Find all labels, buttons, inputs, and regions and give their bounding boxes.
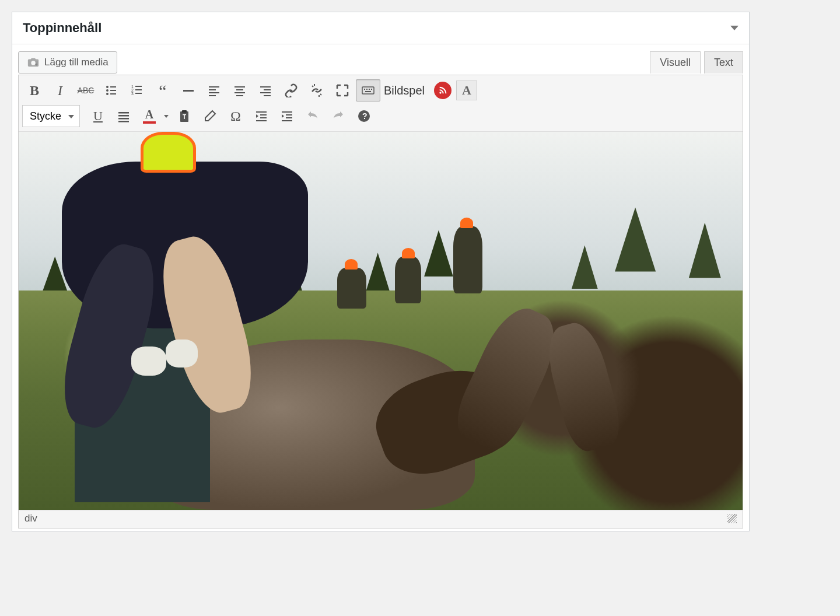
align-center-icon xyxy=(233,83,247,97)
panel-body: Lägg till media Visuell Text B I ABC 123… xyxy=(12,44,749,531)
content-image[interactable] xyxy=(19,132,743,510)
svg-rect-29 xyxy=(369,89,370,90)
svg-rect-10 xyxy=(135,89,142,90)
svg-text:3: 3 xyxy=(131,92,134,96)
editor-container: B I ABC 123 “ Bildspel A xyxy=(18,75,743,528)
bullet-list-button[interactable] xyxy=(99,79,124,102)
svg-rect-8 xyxy=(135,86,142,87)
undo-icon xyxy=(306,109,320,123)
help-icon: ? xyxy=(357,109,371,123)
svg-rect-26 xyxy=(362,87,374,94)
outdent-icon xyxy=(254,109,268,123)
svg-rect-46 xyxy=(286,117,292,118)
svg-rect-25 xyxy=(264,95,271,96)
svg-rect-13 xyxy=(183,90,194,92)
toolbar-row-2: Stycke U A T Ω xyxy=(22,103,739,129)
svg-rect-15 xyxy=(209,89,216,90)
fullscreen-icon xyxy=(335,83,349,97)
editor-content-area[interactable] xyxy=(19,132,743,510)
unlink-button[interactable] xyxy=(304,79,329,102)
rss-button[interactable] xyxy=(434,82,452,99)
svg-text:?: ? xyxy=(362,111,368,121)
resize-handle[interactable] xyxy=(727,514,737,523)
svg-rect-24 xyxy=(260,92,271,93)
clear-formatting-button[interactable] xyxy=(198,105,222,127)
svg-rect-2 xyxy=(110,86,116,88)
svg-rect-35 xyxy=(118,118,129,120)
svg-rect-18 xyxy=(235,86,245,88)
eraser-icon xyxy=(203,109,217,123)
svg-rect-43 xyxy=(256,120,267,121)
hr-icon xyxy=(181,83,195,97)
strikethrough-button[interactable]: ABC xyxy=(74,79,98,102)
camera-music-icon xyxy=(27,57,40,68)
add-media-button[interactable]: Lägg till media xyxy=(18,51,117,74)
underline-button[interactable]: U xyxy=(86,105,110,127)
editor-tabs: Visuell Text xyxy=(650,51,743,74)
redo-icon xyxy=(331,109,345,123)
toolbar-toggle-button[interactable] xyxy=(356,79,380,102)
undo-button[interactable] xyxy=(300,105,325,127)
editor-toolbar: B I ABC 123 “ Bildspel A xyxy=(19,75,743,132)
svg-rect-12 xyxy=(135,93,142,94)
link-icon xyxy=(284,83,298,97)
editor-statusbar: div xyxy=(19,510,743,528)
svg-rect-4 xyxy=(110,90,116,91)
svg-point-32 xyxy=(439,92,441,93)
panel-header: Toppinnehåll xyxy=(12,12,749,44)
svg-rect-21 xyxy=(236,95,243,96)
tab-visual[interactable]: Visuell xyxy=(650,51,701,74)
special-char-button[interactable]: Ω xyxy=(223,105,248,127)
svg-rect-22 xyxy=(260,86,271,88)
svg-rect-16 xyxy=(209,92,219,93)
svg-rect-40 xyxy=(256,111,267,113)
add-media-label: Lägg till media xyxy=(44,57,108,68)
text-color-dropdown[interactable] xyxy=(162,115,171,118)
svg-rect-20 xyxy=(235,92,245,93)
align-justify-button[interactable] xyxy=(111,105,136,127)
svg-rect-33 xyxy=(118,112,129,114)
text-color-wrap: A xyxy=(137,105,171,127)
paragraph-format-select[interactable]: Stycke xyxy=(22,105,80,127)
paste-text-button[interactable]: T xyxy=(172,105,197,127)
svg-rect-14 xyxy=(209,86,219,88)
svg-text:T: T xyxy=(183,114,186,120)
hr-button[interactable] xyxy=(176,79,201,102)
align-justify-icon xyxy=(117,109,131,123)
redo-button[interactable] xyxy=(326,105,351,127)
svg-rect-38 xyxy=(182,110,187,113)
help-button[interactable]: ? xyxy=(352,105,376,127)
svg-rect-31 xyxy=(365,91,371,92)
toolbar-row-1: B I ABC 123 “ Bildspel A xyxy=(22,78,739,103)
svg-rect-23 xyxy=(264,89,271,90)
element-path[interactable]: div xyxy=(24,513,37,524)
numbered-list-button[interactable]: 123 xyxy=(125,79,149,102)
align-right-button[interactable] xyxy=(253,79,278,102)
svg-rect-27 xyxy=(364,89,365,90)
svg-rect-42 xyxy=(260,117,267,118)
align-left-button[interactable] xyxy=(202,79,226,102)
tab-text[interactable]: Text xyxy=(704,51,743,74)
outdent-button[interactable] xyxy=(249,105,274,127)
svg-point-1 xyxy=(106,86,108,88)
bullet-list-icon xyxy=(104,83,118,97)
italic-button[interactable]: I xyxy=(48,79,72,102)
fullscreen-button[interactable] xyxy=(330,79,355,102)
link-button[interactable] xyxy=(279,79,303,102)
bildspel-label: Bildspel xyxy=(382,84,429,97)
svg-rect-44 xyxy=(282,111,292,113)
clipboard-icon: T xyxy=(177,109,191,123)
svg-rect-47 xyxy=(282,120,292,121)
bold-button[interactable]: B xyxy=(22,79,47,102)
blockquote-button[interactable]: “ xyxy=(150,79,175,102)
textcolor-preset-button[interactable]: A xyxy=(456,80,477,100)
svg-rect-36 xyxy=(118,121,129,123)
text-color-button[interactable]: A xyxy=(137,105,162,127)
collapse-toggle-icon[interactable] xyxy=(730,26,738,30)
svg-rect-30 xyxy=(371,89,372,90)
svg-point-5 xyxy=(106,93,108,95)
indent-icon xyxy=(280,109,294,123)
indent-button[interactable] xyxy=(275,105,299,127)
align-center-button[interactable] xyxy=(228,79,252,102)
svg-rect-41 xyxy=(260,114,267,116)
